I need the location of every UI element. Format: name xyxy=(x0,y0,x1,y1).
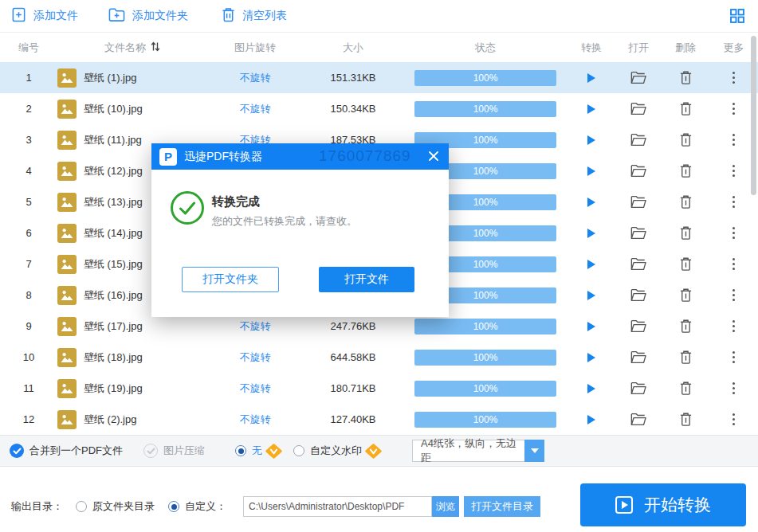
more-menu-icon[interactable] xyxy=(732,258,735,270)
more-menu-icon[interactable] xyxy=(732,196,735,208)
delete-icon[interactable] xyxy=(662,256,709,272)
file-name: 壁纸 (2).jpg xyxy=(84,413,136,427)
file-name: 壁纸 (19).jpg xyxy=(84,381,143,396)
table-row[interactable]: 11 壁纸 (19).jpg 不旋转 180.71KB 100% xyxy=(0,373,758,404)
rotate-option[interactable]: 不旋转 xyxy=(207,381,303,396)
open-folder-icon[interactable] xyxy=(615,226,662,240)
custom-dir-radio[interactable] xyxy=(168,501,179,512)
clear-list-button[interactable]: 清空列表 xyxy=(222,7,287,25)
convert-play-button[interactable] xyxy=(587,229,595,238)
rotate-option[interactable]: 不旋转 xyxy=(207,102,303,116)
file-name: 壁纸 (11).jpg xyxy=(84,133,142,147)
open-file-button[interactable]: 打开文件 xyxy=(319,267,414,292)
delete-icon[interactable] xyxy=(662,132,709,147)
delete-icon[interactable] xyxy=(662,381,709,396)
file-size: 150.34KB xyxy=(303,103,403,115)
page-setting-select[interactable]: A4纸张，纵向，无边距 xyxy=(412,440,544,462)
more-menu-icon[interactable] xyxy=(732,320,735,332)
success-check-icon xyxy=(171,191,204,225)
scrollbar-thumb[interactable] xyxy=(751,36,756,195)
delete-icon[interactable] xyxy=(662,412,709,427)
add-file-button[interactable]: 添加文件 xyxy=(11,7,78,25)
delete-icon[interactable] xyxy=(662,194,709,209)
open-folder-icon[interactable] xyxy=(615,102,662,115)
more-menu-icon[interactable] xyxy=(732,413,735,425)
open-folder-icon[interactable] xyxy=(615,413,662,426)
start-convert-button[interactable]: 开始转换 xyxy=(580,483,746,526)
sort-icon[interactable] xyxy=(151,41,160,54)
original-dir-radio[interactable] xyxy=(76,501,87,512)
col-convert: 转换 xyxy=(568,41,615,55)
convert-play-button[interactable] xyxy=(587,322,595,331)
open-folder-icon[interactable] xyxy=(615,288,662,302)
add-folder-button[interactable]: 添加文件夹 xyxy=(108,7,188,25)
image-file-icon xyxy=(57,379,77,398)
image-file-icon xyxy=(57,224,77,243)
delete-icon[interactable] xyxy=(662,319,709,334)
col-filename[interactable]: 文件名称 xyxy=(57,41,207,55)
more-menu-icon[interactable] xyxy=(732,351,735,363)
delete-icon[interactable] xyxy=(662,70,709,85)
open-folder-button[interactable]: 打开文件夹 xyxy=(182,267,279,292)
watermark-custom-radio[interactable] xyxy=(293,445,304,456)
open-folder-icon[interactable] xyxy=(615,381,662,395)
close-icon[interactable] xyxy=(426,149,441,163)
rotate-option[interactable]: 不旋转 xyxy=(207,350,303,365)
convert-play-button[interactable] xyxy=(587,198,595,207)
compress-checkbox[interactable] xyxy=(143,444,158,458)
table-row[interactable]: 2 壁纸 (10).jpg 不旋转 150.34KB 100% xyxy=(0,93,758,124)
rotate-option[interactable]: 不旋转 xyxy=(207,319,303,334)
delete-icon[interactable] xyxy=(662,350,709,365)
convert-play-button[interactable] xyxy=(587,260,595,269)
open-folder-icon[interactable] xyxy=(615,350,662,364)
open-folder-icon[interactable] xyxy=(615,164,662,178)
table-row[interactable]: 1 壁纸 (1).jpg 不旋转 151.31KB 100% xyxy=(0,62,758,93)
open-folder-icon[interactable] xyxy=(615,133,662,147)
toolbar: 添加文件 添加文件夹 清空列表 xyxy=(0,0,758,33)
watermark-none-radio[interactable] xyxy=(235,445,246,456)
more-menu-icon[interactable] xyxy=(732,227,735,239)
original-dir-label: 原文件夹目录 xyxy=(92,499,155,514)
open-folder-icon[interactable] xyxy=(615,71,662,84)
convert-play-button[interactable] xyxy=(587,353,595,362)
table-row[interactable]: 12 壁纸 (2).jpg 不旋转 127.40KB 100% xyxy=(0,404,758,435)
open-folder-icon[interactable] xyxy=(615,195,662,209)
delete-icon[interactable] xyxy=(662,288,709,303)
convert-play-button[interactable] xyxy=(587,415,595,424)
convert-play-button[interactable] xyxy=(587,166,595,176)
convert-play-button[interactable] xyxy=(587,291,595,300)
dialog-titlebar: P 迅捷PDF转换器 1760077869 xyxy=(151,143,449,170)
convert-play-button[interactable] xyxy=(587,135,595,145)
rotate-option[interactable]: 不旋转 xyxy=(207,71,303,85)
image-file-icon xyxy=(57,162,77,181)
more-menu-icon[interactable] xyxy=(732,103,735,115)
convert-play-button[interactable] xyxy=(587,73,595,83)
output-path-input[interactable] xyxy=(243,496,432,517)
row-index: 3 xyxy=(0,134,57,146)
delete-icon[interactable] xyxy=(662,163,709,178)
delete-icon[interactable] xyxy=(662,225,709,241)
more-menu-icon[interactable] xyxy=(732,165,735,177)
open-directory-button[interactable]: 打开文件目录 xyxy=(464,496,540,517)
conversion-complete-dialog: P 迅捷PDF转换器 1760077869 转换完成 您的文件已转换完成，请查收… xyxy=(151,143,449,317)
grid-view-icon[interactable] xyxy=(730,9,744,23)
chevron-down-icon[interactable] xyxy=(524,440,544,462)
convert-play-button[interactable] xyxy=(587,104,595,114)
more-menu-icon[interactable] xyxy=(732,134,735,146)
delete-icon[interactable] xyxy=(662,101,709,116)
browse-button[interactable]: 浏览 xyxy=(432,496,459,517)
open-folder-icon[interactable] xyxy=(615,257,662,271)
vip-diamond-icon xyxy=(365,444,382,459)
more-menu-icon[interactable] xyxy=(732,382,735,394)
merge-checkbox[interactable] xyxy=(10,444,24,458)
open-folder-icon[interactable] xyxy=(615,319,662,333)
table-row[interactable]: 10 壁纸 (18).jpg 不旋转 644.58KB 100% xyxy=(0,342,758,373)
image-file-icon xyxy=(57,68,77,88)
convert-play-button[interactable] xyxy=(587,384,595,393)
progress-label: 100% xyxy=(473,383,498,394)
progress-label: 100% xyxy=(473,290,498,301)
rotate-option[interactable]: 不旋转 xyxy=(207,413,303,427)
more-menu-icon[interactable] xyxy=(732,289,735,301)
watermark-custom-label: 自定义水印 xyxy=(310,444,362,458)
more-menu-icon[interactable] xyxy=(732,72,735,84)
